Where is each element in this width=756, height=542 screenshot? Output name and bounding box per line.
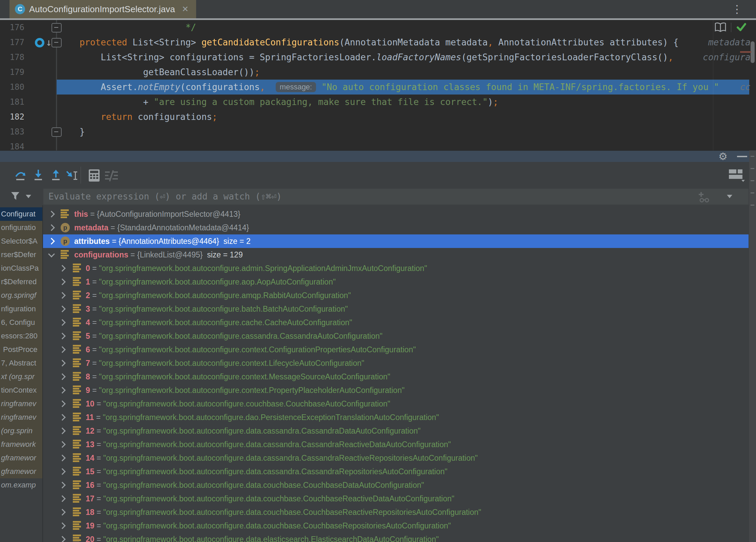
line-number[interactable]: 177 — [0, 35, 24, 50]
variable-row[interactable]: pmetadata = {StandardAnnotationMetadata@… — [43, 221, 749, 234]
variable-row[interactable]: configurations = {LinkedList@4495} size … — [43, 248, 749, 262]
chevron-right-icon[interactable] — [59, 441, 66, 448]
frame-row[interactable]: framework — [0, 438, 42, 451]
right-scrollbar-track[interactable] — [749, 150, 756, 542]
frames-panel[interactable]: ConfiguratonfiguratioSelector$Arser$Defe… — [0, 205, 42, 542]
chevron-right-icon[interactable] — [59, 278, 66, 285]
tab-autoconfigurationimportselector[interactable]: C AutoConfigurationImportSelector.java ✕ — [9, 0, 196, 18]
code-editor[interactable]: 176 */177↓ protected List<String> getCan… — [0, 20, 756, 150]
frame-row[interactable]: ringframev — [0, 411, 42, 424]
chevron-right-icon[interactable] — [59, 292, 66, 299]
chevron-right-icon[interactable] — [59, 387, 66, 394]
filter-funnel-icon[interactable] — [10, 191, 20, 202]
variable-row[interactable]: 16 = "org.springframework.boot.autoconfi… — [43, 478, 749, 492]
chevron-right-icon[interactable] — [59, 536, 66, 542]
frame-row[interactable]: gframewor — [0, 465, 42, 478]
hide-panel-icon[interactable] — [737, 156, 747, 157]
frame-row[interactable]: xt (org.spr — [0, 370, 42, 383]
fold-marker-icon[interactable] — [51, 127, 62, 137]
line-number[interactable]: 179 — [0, 65, 24, 80]
frame-row[interactable]: rser$Defer — [0, 248, 42, 262]
add-watch-icon[interactable] — [698, 191, 711, 204]
tab-close-icon[interactable]: ✕ — [182, 4, 189, 14]
chevron-right-icon[interactable] — [59, 400, 66, 407]
variable-row[interactable]: 10 = "org.springframework.boot.autoconfi… — [43, 397, 749, 411]
variable-row[interactable]: 7 = "org.springframework.boot.autoconfig… — [43, 356, 749, 370]
line-number[interactable]: 180 — [0, 80, 24, 95]
variable-row[interactable]: 12 = "org.springframework.boot.autoconfi… — [43, 424, 749, 438]
trace-stream-icon[interactable] — [104, 169, 117, 182]
chevron-right-icon[interactable] — [48, 224, 55, 231]
fold-marker-icon[interactable] — [51, 38, 62, 47]
reader-mode-icon[interactable] — [714, 22, 727, 34]
variable-row[interactable]: 11 = "org.springframework.boot.autoconfi… — [43, 411, 749, 424]
variable-row[interactable]: 14 = "org.springframework.boot.autoconfi… — [43, 451, 749, 465]
chevron-right-icon[interactable] — [59, 468, 66, 475]
variable-row[interactable]: 20 = "org.springframework.boot.autoconfi… — [43, 533, 749, 542]
variable-row[interactable]: 9 = "org.springframework.boot.autoconfig… — [43, 383, 749, 397]
frame-row[interactable]: ionClassPa — [0, 262, 42, 275]
variable-row[interactable]: 4 = "org.springframework.boot.autoconfig… — [43, 316, 749, 329]
frame-row[interactable]: org.springf — [0, 289, 42, 302]
chevron-right-icon[interactable] — [59, 455, 66, 461]
evaluate-expression-input[interactable]: Evaluate expression (⏎) or add a watch (… — [43, 189, 749, 205]
chevron-right-icon[interactable] — [59, 522, 66, 529]
chevron-right-icon[interactable] — [59, 482, 66, 488]
line-number[interactable]: 178 — [0, 50, 24, 65]
variable-row[interactable]: 17 = "org.springframework.boot.autoconfi… — [43, 492, 749, 505]
chevron-right-icon[interactable] — [59, 373, 66, 380]
chevron-right-icon[interactable] — [59, 360, 66, 367]
chevron-right-icon[interactable] — [59, 414, 66, 421]
gear-icon[interactable]: ⚙ — [718, 151, 728, 162]
chevron-right-icon[interactable] — [59, 333, 66, 339]
variable-row[interactable]: 13 = "org.springframework.boot.autoconfi… — [43, 438, 749, 451]
method-breakpoint-icon[interactable] — [35, 38, 44, 47]
frame-row[interactable]: 6, Configu — [0, 316, 42, 329]
chevron-right-icon[interactable] — [59, 306, 66, 312]
chevron-right-icon[interactable] — [48, 238, 55, 245]
evaluate-expression-icon[interactable] — [87, 169, 100, 182]
line-number[interactable]: 181 — [0, 95, 24, 109]
chevron-right-icon[interactable] — [59, 265, 66, 272]
frame-row[interactable]: ringframev — [0, 397, 42, 411]
frame-row[interactable]: r$Deferred — [0, 275, 42, 289]
variable-row[interactable]: 8 = "org.springframework.boot.autoconfig… — [43, 370, 749, 383]
line-number[interactable]: 184 — [0, 139, 24, 150]
expand-evaluate-caret-icon[interactable] — [727, 195, 732, 198]
chevron-right-icon[interactable] — [59, 346, 66, 353]
frame-row[interactable]: (org.sprin — [0, 424, 42, 438]
variable-row[interactable]: pattributes = {AnnotationAttributes@4464… — [43, 234, 749, 248]
variable-row[interactable]: 6 = "org.springframework.boot.autoconfig… — [43, 343, 749, 356]
variable-row[interactable]: this = {AutoConfigurationImportSelector@… — [43, 207, 749, 221]
chevron-down-icon[interactable] — [48, 251, 55, 257]
variable-row[interactable]: 15 = "org.springframework.boot.autoconfi… — [43, 465, 749, 478]
variables-tree[interactable]: this = {AutoConfigurationImportSelector@… — [43, 205, 749, 542]
chevron-right-icon[interactable] — [59, 428, 66, 434]
more-options-icon[interactable]: ⋮ — [732, 3, 742, 16]
variable-row[interactable]: 18 = "org.springframework.boot.autoconfi… — [43, 505, 749, 519]
variable-row[interactable]: 1 = "org.springframework.boot.autoconfig… — [43, 275, 749, 289]
frame-row[interactable]: tionContex — [0, 383, 42, 397]
chevron-right-icon[interactable] — [59, 509, 66, 516]
frame-row[interactable]: PostProce — [0, 343, 42, 356]
line-number[interactable]: 176 — [0, 20, 24, 35]
frame-row[interactable]: 7, Abstract — [0, 356, 42, 370]
chevron-right-icon[interactable] — [59, 495, 66, 502]
frame-row[interactable]: essors:280 — [0, 329, 42, 343]
chevron-right-icon[interactable] — [59, 319, 66, 326]
frame-row[interactable]: nfiguration — [0, 302, 42, 316]
variable-row[interactable]: 5 = "org.springframework.boot.autoconfig… — [43, 329, 749, 343]
frames-footer[interactable]: ⌘↑ an...✕ — [1, 526, 42, 540]
chevron-right-icon[interactable] — [48, 211, 55, 217]
frame-row[interactable]: Configurat — [0, 207, 42, 221]
variable-row[interactable]: 2 = "org.springframework.boot.autoconfig… — [43, 289, 749, 302]
line-number[interactable]: 182 — [0, 109, 24, 124]
variable-row[interactable]: 19 = "org.springframework.boot.autoconfi… — [43, 519, 749, 533]
fold-marker-icon[interactable] — [51, 23, 62, 33]
frame-row[interactable]: gframewor — [0, 451, 42, 465]
step-over-icon[interactable] — [14, 169, 27, 182]
frame-row[interactable]: Selector$A — [0, 234, 42, 248]
variable-row[interactable]: 0 = "org.springframework.boot.autoconfig… — [43, 262, 749, 275]
frame-row[interactable]: om.examp — [0, 478, 42, 492]
line-number[interactable]: 183 — [0, 124, 24, 139]
